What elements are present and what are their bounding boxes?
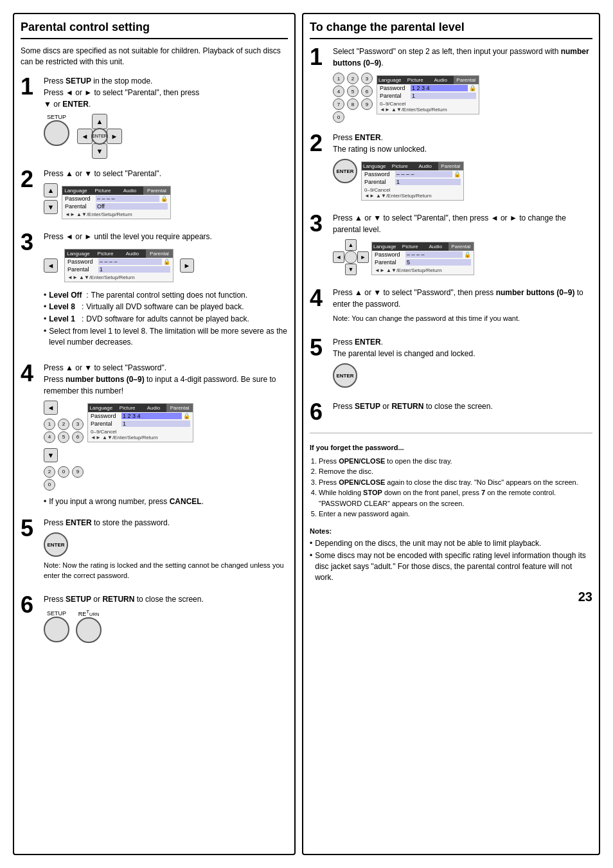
key-3[interactable]: 3 — [72, 419, 84, 430]
rkey-2[interactable]: 2 — [347, 73, 359, 84]
step-1-text: Press SETUP in the stop mode. Press ◄ or… — [44, 75, 288, 110]
key-6[interactable]: 6 — [72, 431, 84, 443]
sc-right-r3[interactable]: ► — [357, 251, 369, 263]
parental-label-3: Parental — [67, 266, 98, 273]
right-arrow[interactable]: ► — [107, 129, 122, 144]
return-circle-6[interactable] — [76, 617, 102, 643]
key-2[interactable]: 2 — [58, 419, 69, 430]
setup-circle-6[interactable] — [44, 617, 69, 642]
right-step-3-menu: Language Picture Audio Parental Password… — [371, 239, 474, 278]
up-arr-2[interactable]: ▲ — [44, 183, 58, 197]
left-arrow[interactable]: ◄ — [77, 129, 93, 144]
forget-steps-list: Press OPEN/CLOSE to open the disc tray. … — [319, 456, 592, 520]
step-3-content: Press ◄ or ► until the level you require… — [44, 231, 288, 353]
enter-center[interactable]: ENTER — [91, 128, 108, 145]
right-step-4-content: Press ▲ or ▼ to select "Password", then … — [333, 287, 592, 327]
step-number-5: 5 — [21, 517, 39, 540]
rkey-3[interactable]: 3 — [361, 73, 373, 84]
left-arr-3[interactable]: ◄ — [44, 258, 58, 273]
forget-password-section: If you forget the password... Press OPEN… — [310, 442, 592, 606]
menu-audio-r2: Audio — [413, 162, 438, 170]
right-step-4: 4 Press ▲ or ▼ to select "Password", the… — [310, 287, 592, 327]
menu-row-pw-r1: Password 1 2 3 4 🔒 — [377, 84, 479, 92]
right-step-5-content: Press ENTER.The parental level is change… — [333, 336, 592, 392]
setup-label-group: SETUP — [44, 114, 69, 146]
menu-parental-r1: Parental — [454, 76, 479, 84]
step-4-illustration: ◄ 1 2 3 4 5 6 ▼ 2 — [44, 401, 288, 493]
parental-val-4: 1 — [121, 420, 190, 427]
up-arrow[interactable]: ▲ — [92, 114, 107, 129]
numpad-4: 1 2 3 4 5 6 — [44, 419, 85, 443]
rkey-0[interactable]: 0 — [333, 111, 344, 123]
enter-button-5[interactable]: ENTER — [44, 532, 68, 557]
step-2-arrows: ▲ ▼ — [44, 183, 58, 214]
rkey-8[interactable]: 8 — [347, 98, 359, 110]
menu-parental-r3: Parental — [449, 242, 474, 251]
left-arr-4[interactable]: ◄ — [44, 401, 58, 415]
setup-label: SETUP — [47, 114, 66, 120]
forget-step-4: While holding STOP down on the front pan… — [319, 487, 592, 509]
step-1-illustration: SETUP ▲ ▼ ◄ ► ENTER — [44, 114, 288, 159]
step-number-1: 1 — [21, 75, 39, 98]
rkey-9[interactable]: 9 — [361, 98, 373, 110]
right-step-1-text: Select "Password" on step 2 as left, the… — [333, 46, 592, 69]
down-arr-4[interactable]: ▼ — [44, 448, 58, 462]
key-4[interactable]: 4 — [44, 431, 55, 443]
password-val-2: – – – – — [96, 195, 159, 202]
pw-lbl-r1: Password — [380, 85, 411, 91]
right-step-4-text: Press ▲ or ▼ to select "Password", then … — [333, 287, 592, 310]
enter-btn-r2[interactable]: ENTER — [333, 159, 357, 183]
right-step-5: 5 Press ENTER.The parental level is chan… — [310, 336, 592, 392]
down-arr-2[interactable]: ▼ — [44, 200, 58, 214]
level-1-label: Level 1 : — [49, 314, 84, 325]
key-0b[interactable]: 0 — [44, 479, 55, 491]
menu-audio-r3: Audio — [423, 242, 449, 251]
forget-step-2: Remove the disc. — [319, 466, 592, 477]
right-step-3: 3 Press ▲ or ▼ to select "Parental", the… — [310, 212, 592, 278]
setup-menu-3: Language Picture Audio Parental Password… — [64, 249, 173, 282]
rkey-1[interactable]: 1 — [333, 73, 344, 84]
setup-btn-group: SETUP — [44, 610, 69, 642]
right-step-6-text: Press SETUP or RETURN to close the scree… — [333, 401, 592, 412]
sc-down-r3[interactable]: ▼ — [345, 264, 357, 275]
sc-left-r3[interactable]: ◄ — [333, 251, 344, 263]
right-arr-3[interactable]: ► — [180, 258, 194, 273]
parental-val-3: 1 — [98, 266, 170, 273]
level-8-text: Virtually all DVD software can be played… — [86, 302, 244, 312]
rkey-7[interactable]: 7 — [333, 98, 344, 110]
setup-menu-r1: Language Picture Audio Parental Password… — [377, 75, 479, 114]
key-1[interactable]: 1 — [44, 419, 55, 430]
right-step-2-text: Press ENTER.The rating is now unlocked. — [333, 132, 592, 155]
step-6-text: Press SETUP or RETURN to close the scree… — [44, 593, 288, 605]
sc-up-r3[interactable]: ▲ — [345, 239, 357, 251]
menu-audio-4: Audio — [141, 404, 167, 412]
right-step-2: 2 Press ENTER.The rating is now unlocked… — [310, 132, 592, 203]
right-step-num-2: 2 — [310, 132, 328, 155]
menu-row-parental-3: Parental 1 — [65, 266, 173, 273]
menu-language-3: Language — [65, 249, 92, 258]
enter-label: ENTER — [92, 134, 107, 138]
rkey-4[interactable]: 4 — [333, 86, 344, 97]
right-step-num-1: 1 — [310, 46, 328, 69]
return-lbl-6: RETURN — [78, 609, 100, 617]
level-1-item: • Level 1 : DVD software for adults cann… — [44, 314, 288, 325]
key-0[interactable]: 0 — [58, 466, 69, 478]
rkey-5[interactable]: 5 — [347, 86, 359, 97]
parental-val-2: Off — [96, 203, 168, 210]
enter-btn-r5[interactable]: ENTER — [333, 363, 357, 388]
menu-parental-r2: Parental — [438, 162, 464, 170]
key-2-1[interactable]: 2 — [44, 466, 55, 478]
setup-menu-r2: Language Picture Audio Parental Password… — [361, 161, 464, 201]
setup-button — [44, 120, 69, 146]
menu-picture-4: Picture — [114, 404, 141, 412]
step-2-illustration: ▲ ▼ Language Picture Audio Parental — [44, 183, 288, 222]
level-8-label: Level 8 : — [49, 302, 84, 312]
password-label-3: Password — [67, 258, 98, 265]
menu-picture-2: Picture — [89, 186, 116, 195]
level-8-item: • Level 8 : Virtually all DVD software c… — [44, 302, 288, 312]
key-5[interactable]: 5 — [58, 431, 69, 443]
down-arrow[interactable]: ▼ — [92, 143, 107, 159]
page: Parental control setting Some discs are … — [0, 0, 613, 868]
key-9[interactable]: 9 — [72, 466, 84, 478]
rkey-6[interactable]: 6 — [361, 86, 373, 97]
